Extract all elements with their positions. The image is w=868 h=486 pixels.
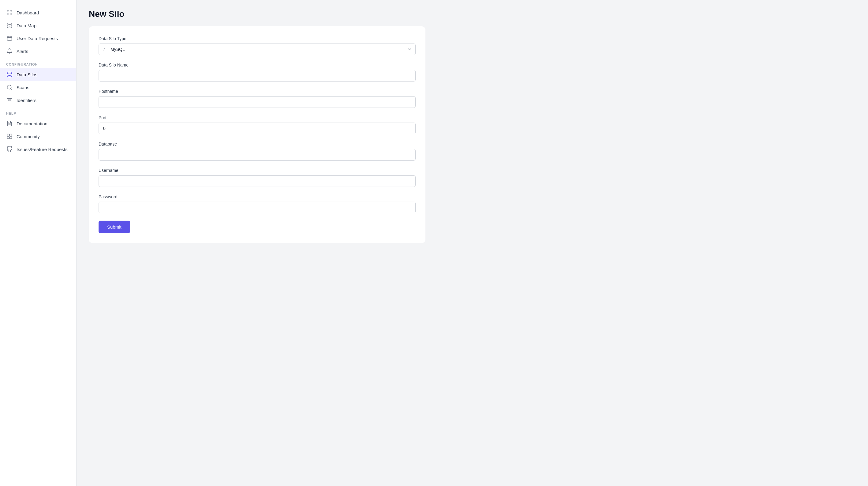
port-input[interactable] — [98, 122, 416, 134]
sidebar-item-alerts[interactable]: Alerts — [0, 45, 76, 58]
sidebar-item-data-map[interactable]: Data Map — [0, 19, 76, 32]
hostname-label: Hostname — [98, 89, 416, 94]
sidebar-item-user-data-requests[interactable]: User Data Requests — [0, 32, 76, 45]
community-icon — [6, 133, 13, 140]
sidebar-item-community[interactable]: Community — [0, 130, 76, 143]
database-input[interactable] — [98, 149, 416, 161]
sidebar-item-data-silos[interactable]: Data Silos — [0, 68, 76, 81]
password-input[interactable] — [98, 202, 416, 213]
port-field: Port — [98, 115, 416, 134]
username-input[interactable] — [98, 175, 416, 187]
sidebar-nav-group: Dashboard Data Map User Dat — [0, 6, 76, 58]
issues-icon — [6, 146, 13, 152]
identifiers-icon — [6, 97, 13, 104]
svg-rect-14 — [7, 137, 9, 139]
svg-rect-12 — [7, 134, 9, 136]
svg-rect-15 — [10, 137, 12, 139]
hostname-field: Hostname — [98, 89, 416, 108]
hostname-input[interactable] — [98, 96, 416, 108]
page-title: New Silo — [89, 9, 856, 19]
sidebar-item-identifiers[interactable]: Identifiers — [0, 94, 76, 107]
password-label: Password — [98, 194, 416, 199]
database-field: Database — [98, 142, 416, 161]
svg-point-9 — [8, 99, 9, 101]
svg-rect-8 — [7, 98, 12, 102]
sidebar-configuration-section: CONFIGURATION Data Silos Scans — [0, 58, 76, 107]
main-content: New Silo Data Silo Type ⇌ MySQL PostgreS… — [76, 0, 868, 486]
data-silo-type-label: Data Silo Type — [98, 36, 416, 41]
sidebar-item-scans[interactable]: Scans — [0, 81, 76, 94]
sidebar-item-alerts-label: Alerts — [17, 49, 28, 54]
data-silo-type-field: Data Silo Type ⇌ MySQL PostgreSQL MongoD… — [98, 36, 416, 55]
svg-rect-3 — [10, 13, 12, 15]
svg-rect-1 — [10, 10, 12, 12]
sidebar-item-dashboard[interactable]: Dashboard — [0, 6, 76, 19]
username-field: Username — [98, 168, 416, 187]
data-silo-name-field: Data Silo Name — [98, 62, 416, 82]
sidebar-item-issues[interactable]: Issues/Feature Requests — [0, 143, 76, 156]
data-map-icon — [6, 22, 13, 29]
svg-rect-0 — [7, 10, 9, 12]
documentation-icon — [6, 120, 13, 127]
svg-rect-5 — [7, 36, 12, 40]
password-field: Password — [98, 194, 416, 213]
configuration-section-label: CONFIGURATION — [0, 58, 76, 68]
port-label: Port — [98, 115, 416, 120]
new-silo-form-card: Data Silo Type ⇌ MySQL PostgreSQL MongoD… — [89, 26, 426, 243]
scans-icon — [6, 84, 13, 91]
help-section-label: HELP — [0, 107, 76, 117]
data-silos-icon — [6, 71, 13, 78]
data-silo-name-label: Data Silo Name — [98, 62, 416, 67]
submit-button[interactable]: Submit — [98, 221, 130, 233]
data-silo-type-select-wrapper: ⇌ MySQL PostgreSQL MongoDB Redis SQLite — [98, 44, 416, 55]
form-actions: Submit — [98, 221, 416, 233]
username-label: Username — [98, 168, 416, 173]
sidebar: Dashboard Data Map User Dat — [0, 0, 76, 486]
sidebar-item-identifiers-label: Identifiers — [17, 98, 36, 103]
svg-point-4 — [7, 23, 12, 25]
sidebar-item-documentation-label: Documentation — [17, 121, 48, 126]
data-silo-name-input[interactable] — [98, 70, 416, 82]
data-silo-type-select[interactable]: MySQL PostgreSQL MongoDB Redis SQLite — [98, 44, 416, 55]
alerts-icon — [6, 48, 13, 55]
sidebar-item-user-data-requests-label: User Data Requests — [17, 36, 58, 41]
sidebar-item-scans-label: Scans — [17, 85, 29, 90]
sidebar-item-data-silos-label: Data Silos — [17, 72, 37, 77]
sidebar-item-data-map-label: Data Map — [17, 23, 36, 28]
sidebar-item-community-label: Community — [17, 134, 40, 139]
sidebar-item-dashboard-label: Dashboard — [17, 10, 39, 15]
database-label: Database — [98, 142, 416, 146]
sidebar-item-documentation[interactable]: Documentation — [0, 117, 76, 130]
user-data-requests-icon — [6, 35, 13, 42]
dashboard-icon — [6, 9, 13, 16]
sidebar-item-issues-label: Issues/Feature Requests — [17, 147, 68, 152]
svg-rect-13 — [10, 134, 12, 136]
sidebar-help-section: HELP Documentation — [0, 107, 76, 156]
svg-point-6 — [7, 72, 12, 74]
svg-rect-2 — [7, 13, 9, 15]
